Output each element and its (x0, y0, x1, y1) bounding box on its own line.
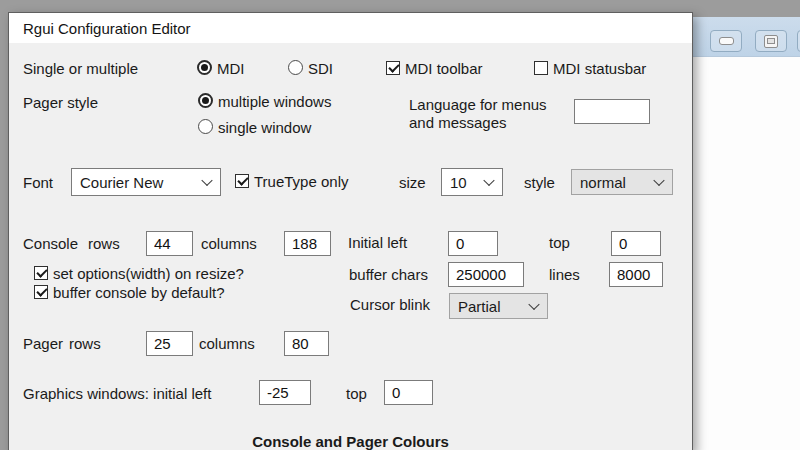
graphics-top-input[interactable] (384, 380, 433, 405)
style-select[interactable]: normal (571, 169, 673, 195)
radio-multiple-windows[interactable]: multiple windows (198, 93, 331, 110)
size-label: size (399, 174, 426, 191)
radio-sdi-icon (288, 60, 303, 75)
checkbox-mdi-toolbar[interactable]: MDI toolbar (386, 60, 483, 77)
font-label: Font (23, 174, 53, 191)
top-label: top (549, 234, 570, 251)
pager-style-label: Pager style (23, 94, 98, 111)
checkbox-set-options-icon (34, 266, 48, 280)
radio-multiple-windows-label: multiple windows (218, 93, 331, 110)
checkbox-buffer-console-label: buffer console by default? (53, 284, 225, 301)
buffer-chars-label: buffer chars (349, 266, 428, 283)
section-heading-console-pager-colours: Console and Pager Colours (9, 433, 692, 450)
language-label: Language for menus and messages (409, 96, 569, 132)
pager-rows-input[interactable] (146, 331, 193, 356)
pager-rows-label: rows (69, 335, 101, 352)
checkbox-truetype-label: TrueType only (254, 173, 349, 190)
top-input[interactable] (611, 231, 661, 256)
minimize-button[interactable] (710, 30, 742, 52)
restore-button[interactable] (755, 30, 787, 52)
radio-sdi[interactable]: SDI (288, 60, 333, 77)
background-window-body (693, 57, 800, 450)
checkbox-buffer-console-icon (34, 285, 48, 299)
checkbox-mdi-statusbar-label: MDI statusbar (553, 60, 646, 77)
size-select[interactable]: 10 (441, 168, 503, 196)
console-columns-input[interactable] (284, 231, 331, 256)
style-select-value: normal (580, 174, 626, 191)
initial-left-label: Initial left (348, 234, 407, 251)
console-rows-input[interactable] (146, 231, 193, 256)
minimize-icon (719, 37, 734, 45)
radio-mdi[interactable]: MDI (197, 60, 245, 77)
buffer-chars-input[interactable] (448, 262, 524, 287)
checkbox-truetype-icon (235, 174, 249, 188)
console-label: Console (23, 235, 78, 252)
single-multiple-label: Single or multiple windows (23, 59, 163, 82)
checkbox-set-options-label: set options(width) on resize? (53, 265, 244, 282)
initial-left-input[interactable] (448, 231, 498, 256)
cursor-blink-select[interactable]: Partial (449, 293, 548, 319)
radio-multiple-windows-icon (198, 93, 213, 108)
cursor-blink-value: Partial (458, 298, 501, 315)
lines-label: lines (549, 266, 580, 283)
graphics-label: Graphics windows: initial left (23, 385, 211, 402)
style-label: style (524, 174, 555, 191)
checkbox-truetype[interactable]: TrueType only (235, 173, 349, 190)
console-rows-label: rows (88, 235, 120, 252)
checkbox-set-options[interactable]: set options(width) on resize? (34, 265, 244, 282)
checkbox-buffer-console[interactable]: buffer console by default? (34, 284, 225, 301)
pager-columns-label: columns (199, 335, 255, 352)
checkbox-mdi-toolbar-label: MDI toolbar (405, 60, 483, 77)
size-select-value: 10 (450, 174, 467, 191)
graphics-left-input[interactable] (259, 380, 311, 405)
background-window-titlebar[interactable] (693, 17, 800, 57)
chevron-down-icon (528, 299, 539, 310)
rgui-config-dialog: Rgui Configuration Editor Single or mult… (8, 12, 693, 450)
radio-single-window-icon (198, 119, 213, 134)
cursor-blink-label: Cursor blink (350, 296, 430, 313)
background-window (693, 0, 800, 450)
radio-single-window[interactable]: single window (198, 119, 311, 136)
checkbox-mdi-statusbar-icon (534, 61, 548, 75)
font-select[interactable]: Courier New (71, 168, 221, 196)
console-columns-label: columns (201, 235, 257, 252)
language-input[interactable] (574, 99, 650, 124)
checkbox-mdi-statusbar[interactable]: MDI statusbar (534, 60, 646, 77)
chevron-down-icon (201, 175, 212, 186)
pager-label: Pager (23, 335, 63, 352)
restore-icon (764, 35, 778, 48)
radio-mdi-icon (197, 60, 212, 75)
chevron-down-icon (653, 175, 664, 186)
graphics-top-label: top (346, 385, 367, 402)
font-select-value: Courier New (80, 174, 163, 191)
chevron-down-icon (483, 175, 494, 186)
checkbox-mdi-toolbar-icon (386, 61, 400, 75)
restore-icon-inner (767, 38, 775, 44)
radio-mdi-label: MDI (217, 60, 245, 77)
radio-sdi-label: SDI (308, 60, 333, 77)
radio-single-window-label: single window (218, 119, 311, 136)
background-window-top-strip (693, 0, 800, 17)
pager-columns-input[interactable] (284, 331, 329, 356)
lines-input[interactable] (609, 262, 663, 287)
